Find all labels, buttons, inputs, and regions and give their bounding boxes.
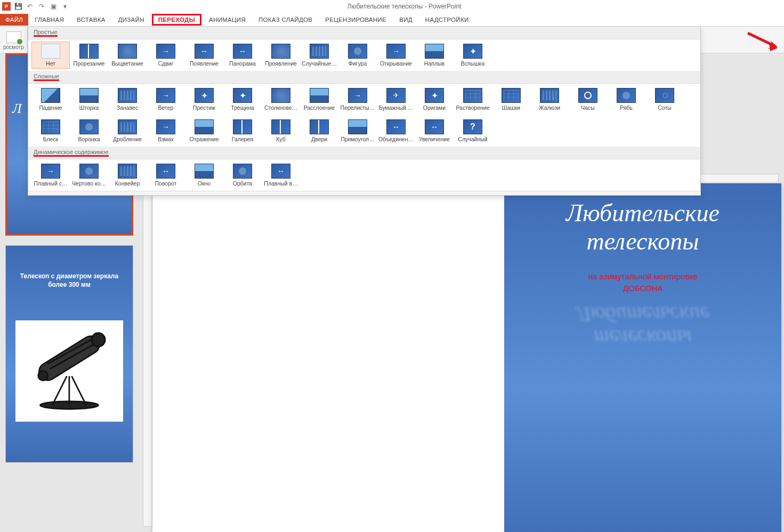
- transition-двери[interactable]: Двери: [300, 117, 338, 144]
- transition-растворение[interactable]: Растворение: [454, 86, 492, 113]
- transition-перелисты[interactable]: Перелисты…: [338, 86, 377, 113]
- transition-thumb-icon: [41, 164, 60, 179]
- telescope-icon: [21, 326, 118, 417]
- transition-конвейер[interactable]: Конвейер: [108, 162, 147, 189]
- transition-label: Взмах: [158, 136, 174, 142]
- transition-thumb-icon: [386, 88, 406, 103]
- transition-сдвиг[interactable]: Сдвиг: [147, 42, 185, 69]
- transition-фигура[interactable]: Фигура: [338, 42, 377, 69]
- transition-шторка[interactable]: Шторка: [70, 86, 108, 113]
- transition-расслоение[interactable]: Расслоение: [300, 86, 338, 113]
- transition-панорама[interactable]: Панорама: [223, 42, 262, 69]
- gallery-resize-handle[interactable]: ⋰: [28, 191, 700, 195]
- transition-thumb-icon: [348, 44, 367, 59]
- tab-slideshow[interactable]: ПОКАЗ СЛАЙДОВ: [252, 14, 319, 26]
- tab-home[interactable]: ГЛАВНАЯ: [28, 14, 70, 26]
- transition-thumb-icon: [233, 164, 252, 179]
- transition-thumb-icon: [348, 88, 367, 103]
- transition-чертовоко[interactable]: Чертово ко…: [70, 162, 108, 189]
- redo-icon[interactable]: ↷: [37, 2, 46, 11]
- transition-плавныйс[interactable]: Плавный с…: [31, 162, 70, 189]
- slide2-image-placeholder: [15, 320, 123, 422]
- transition-label: Случайные…: [302, 60, 337, 67]
- tab-view[interactable]: ВИД: [393, 14, 419, 26]
- transition-престиж[interactable]: Престиж: [185, 86, 223, 113]
- transition-жалюзи[interactable]: Жалюзи: [530, 86, 569, 113]
- transition-бумажный[interactable]: Бумажный …: [377, 86, 415, 113]
- transition-галерея[interactable]: Галерея: [223, 117, 262, 144]
- tab-transitions[interactable]: ПЕРЕХОДЫ: [152, 14, 201, 26]
- tab-file[interactable]: ФАЙЛ: [0, 14, 28, 26]
- transition-label: Куб: [276, 136, 286, 142]
- powerpoint-icon: P: [2, 2, 11, 11]
- save-icon[interactable]: 💾: [14, 2, 22, 11]
- transition-случайные[interactable]: Случайные…: [300, 42, 338, 69]
- transition-вспышка[interactable]: Вспышка: [454, 42, 492, 69]
- transition-куб[interactable]: Куб: [262, 117, 300, 144]
- slide-canvas[interactable]: Любительские телескопы на азимутальной м…: [152, 183, 781, 532]
- tab-insert[interactable]: ВСТАВКА: [70, 14, 112, 26]
- tab-design[interactable]: ДИЗАЙН: [112, 14, 151, 26]
- transition-label: Шашки: [502, 104, 520, 111]
- transition-случайный[interactable]: Случайный: [454, 117, 492, 144]
- transition-блеск[interactable]: Блеск: [31, 117, 70, 144]
- transition-плавныйв[interactable]: Плавный в…: [262, 162, 300, 189]
- transition-занавес[interactable]: Занавес: [108, 86, 147, 113]
- tab-review[interactable]: РЕЦЕНЗИРОВАНИЕ: [319, 14, 393, 26]
- transition-thumb-icon: [271, 88, 290, 103]
- preview-group[interactable]: росмотр: [0, 27, 28, 53]
- transition-наплыв[interactable]: Наплыв: [415, 42, 454, 69]
- tab-animation[interactable]: АНИМАЦИЯ: [203, 14, 252, 26]
- transition-label: Сдвиг: [158, 60, 174, 67]
- transition-появление[interactable]: Появление: [185, 42, 223, 69]
- transition-взмах[interactable]: Взмах: [147, 117, 185, 144]
- transition-thumb-icon: [41, 88, 60, 103]
- transition-thumb-icon: [156, 88, 175, 103]
- start-from-beginning-icon[interactable]: ▣: [49, 2, 58, 11]
- transition-прорезание[interactable]: Прорезание: [70, 42, 108, 69]
- transition-thumb-icon: [271, 164, 290, 179]
- transition-объединен[interactable]: Объединен…: [377, 117, 415, 144]
- transition-орбита[interactable]: Орбита: [223, 162, 262, 189]
- transition-ветер[interactable]: Ветер: [147, 86, 185, 113]
- transition-дробление[interactable]: Дробление: [108, 117, 147, 144]
- transition-падение[interactable]: Падение: [31, 86, 70, 113]
- transition-label: Шторка: [79, 104, 99, 111]
- transition-шашки[interactable]: Шашки: [492, 86, 530, 113]
- transition-трещина[interactable]: Трещина: [223, 86, 262, 113]
- transition-thumb-icon: [386, 44, 406, 59]
- transition-увеличение[interactable]: Увеличение: [415, 117, 454, 144]
- customize-qat-icon[interactable]: ▾: [61, 2, 69, 11]
- transition-label: Прямоугол…: [341, 136, 375, 142]
- transition-thumb-icon: [233, 119, 252, 134]
- tab-addins[interactable]: НАДСТРОЙКИ: [419, 14, 475, 26]
- transition-прямоугол[interactable]: Прямоугол…: [338, 117, 377, 144]
- transition-thumb-icon: [195, 119, 214, 134]
- transition-thumb-icon: [79, 44, 99, 59]
- gallery-row-simple: НетПрорезаниеВыцветаниеСдвигПоявлениеПан…: [28, 39, 700, 71]
- transition-отражение[interactable]: Отражение: [185, 117, 223, 144]
- undo-icon[interactable]: ↶: [26, 2, 34, 11]
- slide-thumbnail-2[interactable]: Телескоп с диаметром зеркала более 300 м…: [5, 245, 133, 463]
- gallery-row-dynamic: Плавный с…Чертово ко…КонвейерПоворотОкно…: [28, 159, 700, 191]
- transition-поворот[interactable]: Поворот: [147, 162, 185, 189]
- transition-окно[interactable]: Окно: [185, 162, 223, 189]
- transition-оригами[interactable]: Оригами: [415, 86, 454, 113]
- transition-воронка[interactable]: Воронка: [70, 117, 108, 144]
- transition-thumb-icon: [41, 44, 60, 59]
- transition-label: Соты: [658, 104, 672, 111]
- transition-часы[interactable]: Часы: [569, 86, 607, 113]
- transition-выцветание[interactable]: Выцветание: [108, 42, 147, 69]
- transition-thumb-icon: [118, 88, 137, 103]
- transition-label: Объединен…: [378, 136, 414, 142]
- transition-нет[interactable]: Нет: [31, 42, 70, 69]
- transition-label: Конвейер: [115, 180, 140, 187]
- transition-открывание[interactable]: Открывание: [377, 42, 415, 69]
- transition-соты[interactable]: Соты: [645, 86, 684, 113]
- transition-рябь[interactable]: Рябь: [607, 86, 645, 113]
- transition-thumb-icon: [310, 88, 329, 103]
- transition-thumb-icon: [463, 119, 482, 134]
- annotation-arrow: [747, 31, 779, 54]
- transition-столкнове[interactable]: Столкнове…: [262, 86, 300, 113]
- transition-проявление[interactable]: Проявление: [262, 42, 300, 69]
